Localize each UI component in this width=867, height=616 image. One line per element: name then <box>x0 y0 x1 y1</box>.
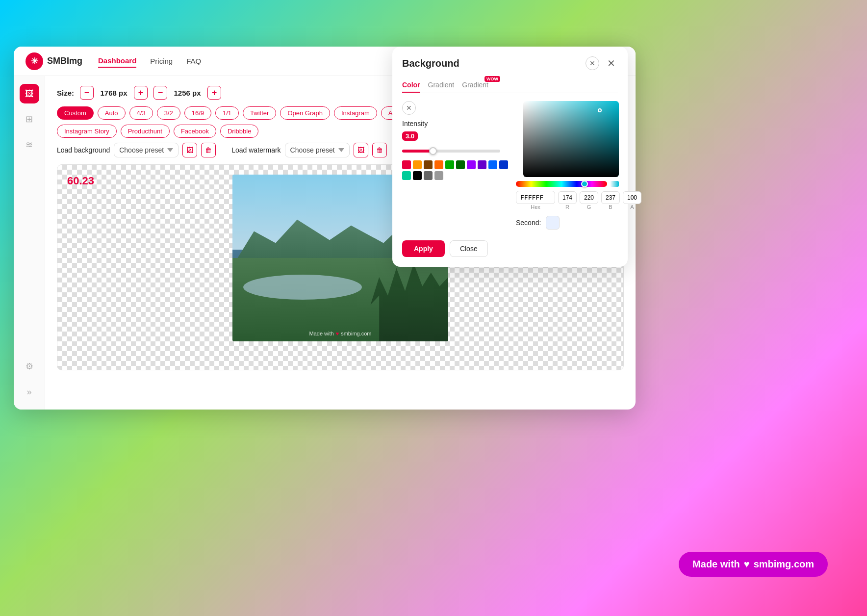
alpha-slider[interactable] <box>610 181 619 187</box>
load-background-delete-button[interactable]: 🗑 <box>201 143 216 157</box>
panel-left: ✕ Intensity 3.0 <box>402 101 508 235</box>
swatch-teal[interactable] <box>402 171 411 180</box>
swatch-darkpurple[interactable] <box>478 160 486 169</box>
load-background-label: Load background <box>57 146 110 154</box>
swatch-darkblue[interactable] <box>499 160 508 169</box>
swatch-orange2[interactable] <box>434 160 443 169</box>
load-watermark-label: Load watermark <box>231 146 280 154</box>
a-label: A <box>630 204 634 210</box>
hex-input-group: Hex <box>516 191 555 210</box>
nav-faq[interactable]: FAQ <box>186 55 201 67</box>
size-label: Size: <box>57 89 74 97</box>
load-watermark-upload-button[interactable]: 🖼 <box>354 143 368 157</box>
r-input[interactable] <box>558 191 577 204</box>
width-value: 1768 px <box>97 89 131 97</box>
load-background-upload-button[interactable]: 🖼 <box>182 143 197 157</box>
second-label: Second: <box>516 219 541 227</box>
sidebar-settings-icon[interactable]: ⚙ <box>20 357 39 376</box>
preset-custom[interactable]: Custom <box>57 106 94 120</box>
panel-header: Background ✕ ✕ <box>402 56 618 70</box>
tab-gradient-wow[interactable]: Gradient WOW <box>462 78 488 93</box>
preset-16-9[interactable]: 16/9 <box>184 106 211 120</box>
footer-heart: ♥ <box>744 559 750 570</box>
sidebar-waves-icon[interactable]: ≋ <box>20 135 39 154</box>
swatch-blue[interactable] <box>488 160 497 169</box>
logo-text: SMBImg <box>47 56 82 66</box>
panel-close-button[interactable]: ✕ <box>604 56 618 70</box>
sidebar-layers-icon[interactable]: ⊞ <box>20 109 39 129</box>
panel-title: Background <box>402 58 459 69</box>
swatch-brown[interactable] <box>424 160 433 169</box>
swatch-darkgreen[interactable] <box>456 160 465 169</box>
preset-auto[interactable]: Auto <box>98 106 126 120</box>
load-watermark-delete-button[interactable]: 🗑 <box>372 143 387 157</box>
logo: ✳ SMBImg <box>26 52 82 70</box>
preset-producthunt[interactable]: Producthunt <box>121 125 170 138</box>
r-input-group: R <box>558 191 577 210</box>
height-increase-button[interactable]: + <box>207 86 221 100</box>
swatch-black[interactable] <box>413 171 422 180</box>
preset-dribbble[interactable]: Dribbble <box>220 125 258 138</box>
preset-instagram[interactable]: Instagram <box>334 106 377 120</box>
a-input[interactable] <box>623 191 641 204</box>
intensity-label: Intensity <box>402 120 508 128</box>
load-watermark-select[interactable]: Choose preset <box>285 143 350 157</box>
close-button[interactable]: Close <box>450 240 488 257</box>
hex-input[interactable] <box>516 191 555 204</box>
swatch-red[interactable] <box>402 160 411 169</box>
color-spectrum <box>523 101 619 177</box>
swatch-gray[interactable] <box>424 171 433 180</box>
preset-3-2[interactable]: 3/2 <box>157 106 180 120</box>
panel-dismiss-button[interactable]: ✕ <box>402 101 416 115</box>
preset-4-3[interactable]: 4/3 <box>129 106 153 120</box>
color-swatches <box>402 160 508 180</box>
preset-1-1[interactable]: 1/1 <box>215 106 239 120</box>
color-inputs: Hex R G B A <box>516 191 619 210</box>
swatch-orange[interactable] <box>413 160 422 169</box>
width-decrease-button[interactable]: − <box>80 86 94 100</box>
color-picker-area: ✕ Intensity 3.0 <box>402 101 618 235</box>
canvas-watermark: Made with ♥ smbimg.com <box>309 331 371 336</box>
preset-instagram-story[interactable]: Instagram Story <box>57 125 117 138</box>
b-label: B <box>609 204 612 210</box>
width-increase-button[interactable]: + <box>134 86 148 100</box>
panel-x-button[interactable]: ✕ <box>586 56 599 70</box>
load-background-group: Load background Choose preset 🖼 🗑 <box>57 143 216 157</box>
panel-right: Hex R G B A <box>516 101 619 235</box>
load-background-select[interactable]: Choose preset <box>114 143 178 157</box>
g-label: G <box>587 204 591 210</box>
r-label: R <box>565 204 569 210</box>
preset-twitter[interactable]: Twitter <box>243 106 276 120</box>
apply-button[interactable]: Apply <box>402 240 445 257</box>
sidebar-expand-icon[interactable]: » <box>20 382 39 402</box>
preset-open-graph[interactable]: Open Graph <box>280 106 330 120</box>
swatch-purple[interactable] <box>467 160 476 169</box>
b-input[interactable] <box>601 191 620 204</box>
sidebar-bottom: ⚙ » <box>20 357 39 402</box>
height-decrease-button[interactable]: − <box>153 86 167 100</box>
color-spectrum-wrapper[interactable] <box>523 101 619 177</box>
panel-actions: Apply Close <box>402 240 618 257</box>
tab-color[interactable]: Color <box>402 78 420 93</box>
lake-layer <box>243 275 362 300</box>
second-color-box[interactable] <box>546 216 560 230</box>
swatch-lightgray[interactable] <box>434 171 443 180</box>
b-input-group: B <box>601 191 620 210</box>
nav-dashboard[interactable]: Dashboard <box>98 54 136 68</box>
watermark-text: Made with <box>309 331 333 336</box>
logo-icon: ✳ <box>26 52 43 70</box>
intensity-value: 3.0 <box>402 131 418 141</box>
footer-text: Made with <box>692 559 740 570</box>
nav-pricing[interactable]: Pricing <box>150 55 173 67</box>
intensity-slider[interactable] <box>402 150 500 153</box>
preset-facebook[interactable]: Facebook <box>174 125 216 138</box>
panel-tabs: Color Gradient Gradient WOW <box>402 78 618 93</box>
load-watermark-group: Load watermark Choose preset 🖼 🗑 <box>231 143 386 157</box>
watermark-heart: ♥ <box>336 331 339 336</box>
g-input[interactable] <box>580 191 598 204</box>
swatch-green[interactable] <box>445 160 454 169</box>
tab-gradient[interactable]: Gradient <box>428 78 455 93</box>
hex-label: Hex <box>531 204 540 210</box>
watermark-url: smbimg.com <box>341 331 371 336</box>
sidebar-image-icon[interactable]: 🖼 <box>20 84 39 103</box>
